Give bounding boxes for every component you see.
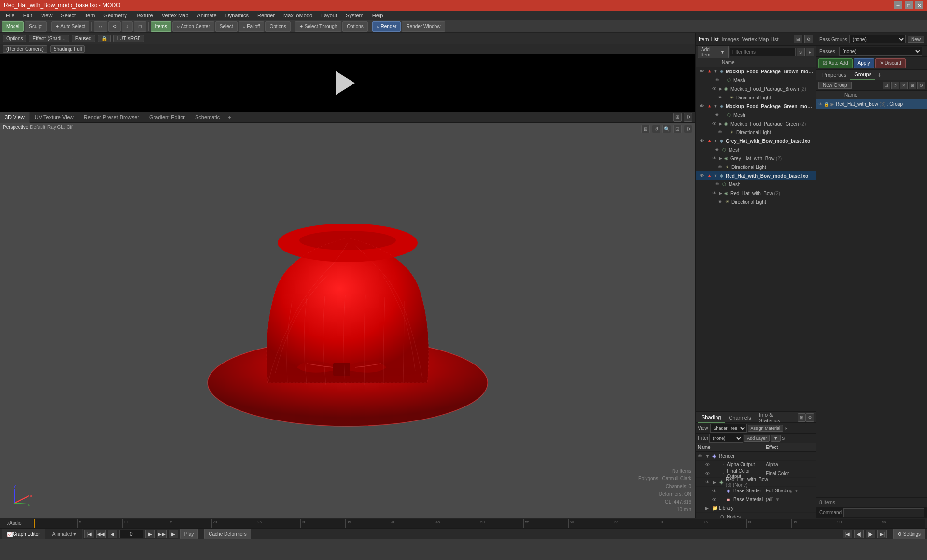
item-list[interactable]: 👁 🔺 ▼ ◈ Mockup_Food_Package_Brown_modo_b… bbox=[696, 67, 816, 411]
options2-button[interactable]: Options bbox=[342, 21, 367, 32]
menu-file[interactable]: File bbox=[2, 11, 18, 20]
render-eye-icon[interactable]: 🔺 bbox=[705, 102, 713, 110]
tab-render-preset[interactable]: Render Preset Browser bbox=[79, 112, 144, 123]
eye-icon[interactable]: 👁 bbox=[705, 462, 713, 467]
maximize-button[interactable]: □ bbox=[905, 1, 913, 9]
add-group-plus[interactable]: + bbox=[877, 71, 881, 79]
tab-schematic[interactable]: Schematic bbox=[190, 112, 225, 123]
expand-arrow[interactable]: ▶ bbox=[718, 191, 723, 196]
tab-vertex-map-list[interactable]: Vertex Map List bbox=[742, 36, 779, 42]
view-dropdown[interactable]: Shader Tree bbox=[710, 424, 747, 433]
expand-arrow[interactable]: ▼ bbox=[713, 69, 718, 74]
menu-vertex-map[interactable]: Vertex Map bbox=[158, 11, 193, 20]
expand-arrow[interactable]: ▼ bbox=[713, 139, 718, 143]
eye-icon[interactable]: 👁 bbox=[713, 76, 721, 84]
shading-button[interactable]: Shading: Full bbox=[50, 45, 85, 53]
shader-row[interactable]: ⬡ Nodes bbox=[696, 513, 816, 518]
tab-properties[interactable]: Properties bbox=[818, 70, 850, 80]
tab-item-list[interactable]: Item List bbox=[699, 36, 719, 42]
add-item-button[interactable]: Add Item ▼ bbox=[698, 46, 729, 58]
list-item[interactable]: 👁 ▶ ◉ Mockup_Food_Package_Brown (2) bbox=[696, 84, 816, 93]
viewport-ctrl-zoom[interactable]: 🔍 bbox=[662, 125, 671, 133]
command-input[interactable] bbox=[843, 508, 924, 517]
mode-model-button[interactable]: Model bbox=[2, 21, 24, 32]
apply-button[interactable]: Apply bbox=[854, 58, 874, 68]
expand-arrow[interactable]: ▼ bbox=[713, 104, 718, 109]
add-viewport-tab-button[interactable]: + bbox=[225, 114, 234, 120]
list-item[interactable]: 👁 ☀ Directional Light bbox=[696, 197, 816, 206]
list-item[interactable]: 👁 ☀ Directional Light bbox=[696, 128, 816, 137]
loop-end-button[interactable]: ▶| bbox=[877, 530, 887, 538]
loop-start-button[interactable]: |◀ bbox=[843, 530, 852, 538]
shader-row[interactable]: 👁 ▼ ◉ Render bbox=[696, 452, 816, 461]
expand-arrow[interactable]: ▼ bbox=[705, 454, 712, 459]
shader-row[interactable]: 👁 ■ Base Material (all) ▼ bbox=[696, 495, 816, 504]
falloff-button[interactable]: ○ Falloff bbox=[239, 21, 265, 32]
options1-button[interactable]: Options bbox=[265, 21, 290, 32]
pass-groups-dropdown[interactable]: (none) bbox=[849, 35, 906, 43]
viewport-ctrl-settings[interactable]: ⚙ bbox=[684, 125, 692, 133]
eye-icon[interactable]: 👁 bbox=[712, 489, 720, 493]
tab-audio[interactable]: ♪ Audio bbox=[2, 518, 27, 529]
eye-icon[interactable]: 👁 bbox=[705, 471, 713, 476]
eye-icon[interactable]: 👁 bbox=[716, 198, 724, 206]
eye-icon[interactable]: 👁 bbox=[698, 102, 705, 110]
menu-help[interactable]: Help bbox=[368, 11, 387, 20]
list-item[interactable]: 👁 ☀ Directional Light bbox=[696, 163, 816, 171]
list-item[interactable]: 👁 🔺 ▼ ◈ Mockup_Food_Package_Green_modo_b… bbox=[696, 102, 816, 111]
shader-row[interactable]: 👁 ◈ Base Shader Full Shading ▼ bbox=[696, 487, 816, 495]
menu-item[interactable]: Item bbox=[81, 11, 98, 20]
options-menu-button[interactable]: Options bbox=[3, 35, 26, 42]
minimize-button[interactable]: ─ bbox=[894, 1, 902, 9]
filter-f-button[interactable]: F bbox=[806, 48, 814, 56]
list-item[interactable]: 👁 🔺 ▼ ◈ Grey_Hat_with_Bow_modo_base.lxo bbox=[696, 137, 816, 145]
menu-animate[interactable]: Animate bbox=[193, 11, 220, 20]
menu-texture[interactable]: Texture bbox=[132, 11, 157, 20]
list-item[interactable]: 👁 ☀ Directional Light bbox=[696, 93, 816, 102]
list-item[interactable]: 👁 ⬡ Mesh bbox=[696, 111, 816, 119]
expand-arrow[interactable]: ▶ bbox=[718, 156, 723, 161]
play-button[interactable] bbox=[336, 71, 360, 95]
passes-dropdown[interactable]: (none) bbox=[839, 47, 922, 56]
eye-icon[interactable]: 👁 bbox=[698, 172, 705, 180]
eye-icon[interactable]: 👁 bbox=[712, 497, 720, 502]
item-list-expand-button[interactable]: ⊞ bbox=[794, 35, 802, 43]
cache-deformers-button[interactable]: Cache Deformers bbox=[204, 529, 251, 539]
tab-3d-view[interactable]: 3D View bbox=[0, 112, 30, 123]
tab-groups[interactable]: Groups bbox=[850, 70, 875, 80]
new-group-button[interactable]: New Group bbox=[818, 82, 852, 89]
pass-groups-new-button[interactable]: New bbox=[908, 36, 924, 43]
action-center-button[interactable]: ○ Action Center bbox=[172, 21, 214, 32]
eye-icon[interactable]: 👁 bbox=[716, 128, 724, 136]
item-list-settings-button[interactable]: ⚙ bbox=[804, 35, 813, 43]
select-through-button[interactable]: ✦ Select Through bbox=[295, 21, 341, 32]
frame-next-button[interactable]: ▶ bbox=[145, 530, 155, 538]
transform-scale-button[interactable]: ↕ bbox=[122, 21, 133, 32]
menu-maxtomodo[interactable]: MaxToModo bbox=[280, 11, 316, 20]
menu-select[interactable]: Select bbox=[57, 11, 80, 20]
auto-add-button[interactable]: ☑ Auto Add bbox=[818, 58, 853, 68]
viewport-options-button[interactable]: ⚙ bbox=[684, 113, 692, 122]
tab-images[interactable]: Images bbox=[722, 36, 739, 42]
play-label-button[interactable]: Play bbox=[180, 529, 198, 539]
expand-arrow[interactable]: ▶ bbox=[705, 506, 712, 511]
render-camera-button[interactable]: (Render Camera) bbox=[3, 45, 47, 53]
viewport-ctrl-fit[interactable]: ⊡ bbox=[673, 125, 682, 133]
timeline-ruler[interactable]: 0510152025303540455055606570758085909510… bbox=[33, 519, 925, 528]
viewport-ctrl-2[interactable]: ↺ bbox=[652, 125, 660, 133]
settings-button[interactable]: ⚙ Settings bbox=[893, 529, 925, 539]
mode-sculpt-button[interactable]: Sculpt bbox=[25, 21, 47, 32]
render-button[interactable]: ○ Render bbox=[372, 21, 401, 32]
tab-shading[interactable]: Shading bbox=[698, 412, 725, 423]
tab-gradient-editor[interactable]: Gradient Editor bbox=[144, 112, 190, 123]
list-item[interactable]: 👁 ▶ ◉ Red_Hat_with_Bow (2) bbox=[696, 189, 816, 197]
expand-arrow[interactable]: ▶ bbox=[713, 480, 719, 485]
eye-icon[interactable]: 👁 bbox=[716, 163, 724, 171]
eye-icon[interactable]: 👁 bbox=[713, 111, 721, 119]
list-item[interactable]: 👁 🔺 ▼ ◈ Red_Hat_with_Bow_modo_base.lxo bbox=[696, 171, 816, 180]
current-frame-input[interactable] bbox=[119, 530, 143, 538]
render-window-button[interactable]: Render Window bbox=[402, 21, 445, 32]
eye-icon[interactable]: 👁 bbox=[710, 85, 718, 93]
list-item[interactable]: 👁 ⬡ Mesh bbox=[696, 145, 816, 154]
eye-icon[interactable]: 👁 bbox=[710, 120, 718, 127]
